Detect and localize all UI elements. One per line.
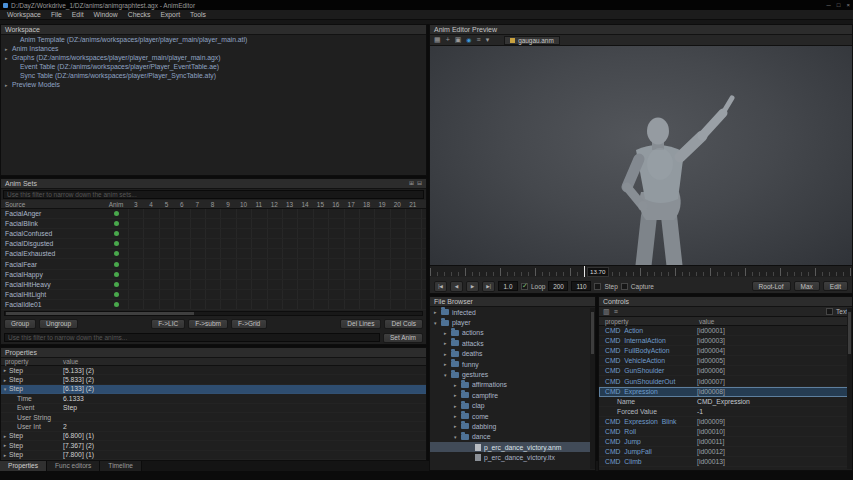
- workspace-tree-item[interactable]: ▸ Graphs (DZ:/anims/workspaces/player/pl…: [1, 53, 426, 62]
- control-value[interactable]: [id00011]: [697, 438, 852, 445]
- file-tree-row[interactable]: ▸ attacks: [430, 338, 595, 348]
- control-value[interactable]: [id00009]: [697, 418, 852, 425]
- file-browser-scrollbar[interactable]: [590, 308, 595, 469]
- loop-checkbox[interactable]: [521, 283, 528, 290]
- collapse-all-icon[interactable]: ⊟: [417, 179, 422, 188]
- bottom-tab[interactable]: Properties: [0, 461, 47, 471]
- file-tree-row[interactable]: ▸ affirmations: [430, 380, 595, 390]
- list-icon[interactable]: ≡: [614, 307, 618, 317]
- expand-arrow-icon[interactable]: ▾: [1, 386, 9, 392]
- f-lic-button[interactable]: F->LIC: [151, 319, 185, 329]
- control-value[interactable]: [id00010]: [697, 428, 852, 435]
- control-row[interactable]: CMD_VehicleAction [id00005]: [599, 356, 852, 366]
- anim-grid-cells[interactable]: [128, 290, 426, 299]
- control-row[interactable]: CMD_Jump [id00011]: [599, 437, 852, 447]
- expand-arrow-icon[interactable]: ▸: [444, 351, 451, 357]
- control-row[interactable]: CMD_GunShoulderOut [id00007]: [599, 376, 852, 386]
- file-tree-row[interactable]: ▸ deaths: [430, 349, 595, 359]
- anim-grid-cells[interactable]: [128, 300, 426, 309]
- file-tree-row[interactable]: ▸ actions: [430, 328, 595, 338]
- property-value[interactable]: [5.833] (2): [63, 376, 426, 383]
- edit-button[interactable]: Edit: [823, 281, 848, 291]
- max-button[interactable]: Max: [794, 281, 820, 291]
- controls-scrollbar[interactable]: [847, 308, 852, 469]
- anim-grid-cells[interactable]: [128, 219, 426, 228]
- dropdown-icon[interactable]: ▾: [486, 35, 490, 45]
- expand-arrow-icon[interactable]: ▾: [444, 372, 451, 378]
- property-value[interactable]: [7.367] (2): [63, 442, 426, 449]
- preview-viewport[interactable]: [430, 46, 852, 265]
- control-value[interactable]: CMD_Expression: [697, 398, 852, 405]
- control-value[interactable]: [id00001]: [697, 327, 852, 334]
- anim-set-row[interactable]: FacialHitLight: [1, 290, 426, 300]
- control-row[interactable]: Name CMD_Expression: [599, 397, 852, 407]
- f-subm-button[interactable]: F->subm: [188, 319, 228, 329]
- bottom-tab[interactable]: Timeline: [100, 461, 142, 471]
- expand-arrow-icon[interactable]: ▸: [1, 442, 9, 448]
- property-row[interactable]: Time 6.1333: [1, 394, 426, 403]
- anim-set-row[interactable]: FacialHitHeavy: [1, 280, 426, 290]
- control-row[interactable]: CMD_Expression_Blink [id00009]: [599, 417, 852, 427]
- anim-sets-filter-input[interactable]: [3, 190, 424, 199]
- set-anim-button[interactable]: Set Anim: [383, 333, 423, 343]
- anim-grid-cells[interactable]: [128, 280, 426, 289]
- control-row[interactable]: CMD_FullBodyAction [id00004]: [599, 346, 852, 356]
- property-row[interactable]: User Int 2: [1, 422, 426, 431]
- file-tree-row[interactable]: ▸ clap: [430, 401, 595, 411]
- property-row[interactable]: ▸ Step [5.833] (2): [1, 375, 426, 384]
- ungroup-button[interactable]: Ungroup: [39, 319, 78, 329]
- control-value[interactable]: [id00008]: [697, 388, 852, 395]
- expand-arrow-icon[interactable]: ▸: [1, 367, 9, 373]
- expand-arrow-icon[interactable]: ▸: [1, 433, 9, 439]
- expand-arrow-icon[interactable]: ▾: [434, 320, 441, 326]
- property-value[interactable]: [6.800] (1): [63, 432, 426, 439]
- frames-field[interactable]: 110: [571, 281, 591, 291]
- expand-arrow-icon[interactable]: ▸: [454, 392, 461, 398]
- playhead-marker[interactable]: [584, 266, 585, 277]
- file-tree-row[interactable]: ▾ gestures: [430, 369, 595, 379]
- go-to-end-button[interactable]: ▶|: [482, 281, 495, 292]
- menu-item[interactable]: Window: [89, 10, 123, 20]
- close-button[interactable]: ×: [846, 2, 850, 8]
- list-icon[interactable]: ≡: [477, 35, 481, 45]
- expand-arrow-icon[interactable]: ▸: [5, 46, 12, 52]
- file-tree-row[interactable]: p_erc_dance_victory.anm: [430, 442, 595, 452]
- property-value[interactable]: 6.1333: [63, 395, 426, 402]
- del-cols-button[interactable]: Del Cols: [384, 319, 423, 329]
- expand-arrow-icon[interactable]: ▾: [454, 434, 461, 440]
- control-value[interactable]: [id00013]: [697, 458, 852, 465]
- menu-item[interactable]: Workspace: [2, 10, 46, 20]
- property-value[interactable]: Step: [63, 404, 426, 411]
- menu-item[interactable]: Checks: [123, 10, 156, 20]
- expand-arrow-icon[interactable]: ▸: [444, 330, 451, 336]
- control-row[interactable]: CMD_Action [id00001]: [599, 326, 852, 336]
- scrollbar-thumb[interactable]: [848, 312, 851, 354]
- workspace-tree-item[interactable]: Sync Table (DZ:/anims/workspaces/player/…: [1, 71, 426, 80]
- record-dot-icon[interactable]: ◉: [466, 35, 471, 45]
- camera-icon[interactable]: ▣: [455, 35, 462, 45]
- filter-icon[interactable]: ▥: [603, 307, 610, 317]
- file-tree-row[interactable]: ▸ come: [430, 411, 595, 421]
- menu-item[interactable]: Edit: [67, 10, 89, 20]
- anim-grid-cells[interactable]: [128, 259, 426, 268]
- workspace-tree-item[interactable]: Anim Template (DZ:/anims/workspaces/play…: [1, 35, 426, 44]
- control-row[interactable]: CMD_InternalAction [id00003]: [599, 336, 852, 346]
- anim-set-row[interactable]: FacialDisgusted: [1, 239, 426, 249]
- anim-set-row[interactable]: FacialBlink: [1, 219, 426, 229]
- expand-arrow-icon[interactable]: ▸: [444, 340, 451, 346]
- workspace-tree-item[interactable]: ▸ Preview Models: [1, 80, 426, 89]
- del-lines-button[interactable]: Del Lines: [340, 319, 381, 329]
- timeline-ruler[interactable]: 13.70: [430, 265, 852, 277]
- control-value[interactable]: [id00004]: [697, 347, 852, 354]
- file-tree-row[interactable]: ▸ funny: [430, 359, 595, 369]
- menu-item[interactable]: File: [46, 10, 67, 20]
- control-row[interactable]: CMD_Expression [id00008]: [599, 387, 852, 397]
- control-value[interactable]: [id00007]: [697, 378, 852, 385]
- step-back-button[interactable]: ◀: [450, 281, 463, 292]
- property-row[interactable]: ▸ Step [7.367] (2): [1, 441, 426, 450]
- speed-field[interactable]: 1.0: [498, 281, 518, 291]
- anim-set-row[interactable]: FacialHappy: [1, 270, 426, 280]
- expand-arrow-icon[interactable]: ▸: [1, 452, 9, 458]
- file-tree-row[interactable]: ▸ infected: [430, 307, 595, 317]
- file-tree-row[interactable]: ▾ dance: [430, 432, 595, 442]
